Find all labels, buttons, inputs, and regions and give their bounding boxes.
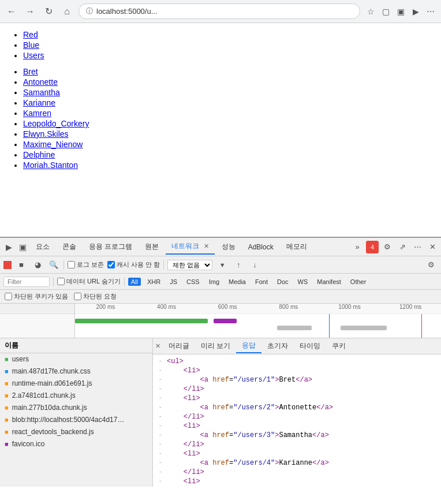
file-item-css[interactable]: ■ main.487d17fe.chunk.css <box>0 365 152 378</box>
filter-all[interactable]: All <box>128 278 141 286</box>
cache-disable-check[interactable] <box>107 261 115 268</box>
bookmark-icon[interactable]: ☆ <box>365 6 376 17</box>
search-icon[interactable]: 🔍 <box>47 259 60 271</box>
refresh-button[interactable]: ↻ <box>42 5 55 18</box>
inspect-icon[interactable]: ▶ <box>2 241 15 253</box>
file-item-runtime[interactable]: ■ runtime-main.d061e691.js <box>0 378 152 390</box>
tab-elements[interactable]: 요소 <box>30 240 55 254</box>
tab-memory[interactable]: 메모리 <box>281 240 313 254</box>
browser-chrome: ← → ↻ ⌂ ⓘ localhost:5000/u... ☆ ▢ ▣ ▶ ⋯ <box>0 0 441 23</box>
tab-network[interactable]: 네트워크 ✕ <box>166 239 214 255</box>
back-button[interactable]: ← <box>5 5 18 18</box>
blocked-requests-label[interactable]: 차단된 요청 <box>74 292 117 301</box>
share-icon[interactable]: ⇗ <box>396 241 409 253</box>
tab-adblock[interactable]: AdBlock <box>242 241 279 253</box>
sep4 <box>124 277 125 286</box>
cache-disable-label[interactable]: 캐시 사용 안 함 <box>107 260 160 269</box>
user-link-6[interactable]: Leopoldo_Corkery <box>23 119 89 128</box>
home-button[interactable]: ⌂ <box>60 5 74 18</box>
blocked-requests-check[interactable] <box>74 293 81 300</box>
resp-tab-initiator[interactable]: 초기자 <box>261 339 294 353</box>
list-item: Antonette <box>23 77 429 87</box>
file-item-users[interactable]: ■ users <box>0 353 152 365</box>
filter-input[interactable] <box>3 277 50 287</box>
resp-tab-preview[interactable]: 미리 보기 <box>195 339 236 353</box>
filter-manifest[interactable]: Manifest <box>314 278 344 286</box>
resp-tab-cookies[interactable]: 쿠키 <box>326 339 352 353</box>
response-close[interactable]: ✕ <box>155 342 160 350</box>
filter-ws[interactable]: WS <box>295 278 311 286</box>
blocked-cookies-label[interactable]: 차단된 쿠키가 있음 <box>5 292 68 301</box>
user-link-7[interactable]: Elwyn.Skiles <box>23 129 69 139</box>
blocked-cookies-check[interactable] <box>5 293 12 300</box>
tab-application[interactable]: 응용 프로그램 <box>83 240 138 254</box>
resp-tab-response[interactable]: 응답 <box>236 339 261 353</box>
code-view[interactable]: - <ul> - <li> - <a href="/users/1">Bret<… <box>153 354 441 487</box>
log-preserve-label[interactable]: 로그 보존 <box>68 260 104 269</box>
line-content: </li> <box>165 468 441 476</box>
user-link-3[interactable]: Samantha <box>23 88 60 97</box>
devtools-panel: ▶ ▣ 요소 콘솔 응용 프로그램 원본 네트워크 ✕ 성능 AdBlock 메… <box>0 237 441 487</box>
filter-font[interactable]: Font <box>252 278 271 286</box>
more-icon[interactable]: ⋯ <box>425 6 436 17</box>
red-link[interactable]: Red <box>23 30 38 39</box>
list-item: Elwyn.Skiles <box>23 129 429 139</box>
more-tabs-icon[interactable]: » <box>351 241 364 253</box>
user-link-9[interactable]: Delphine <box>23 150 55 159</box>
user-link-4[interactable]: Karianne <box>23 98 55 107</box>
forward-button[interactable]: → <box>23 5 37 18</box>
security-icon: ⓘ <box>86 6 93 16</box>
user-link-5[interactable]: Kamren <box>23 109 51 118</box>
network-tab-close[interactable]: ✕ <box>204 242 209 249</box>
user-link-8[interactable]: Maxime_Nienow <box>23 140 83 149</box>
download-icon[interactable]: ↓ <box>248 259 261 271</box>
filter-xhr[interactable]: XHR <box>144 278 163 286</box>
tab-performance[interactable]: 성능 <box>216 240 241 254</box>
user-link-1[interactable]: Bret <box>23 67 38 76</box>
list-item: Leopoldo_Corkery <box>23 119 429 128</box>
file-item-chunk1[interactable]: ■ 2.a7481cd1.chunk.js <box>0 390 152 402</box>
hide-data-urls-label[interactable]: 데이터 URL 숨기기 <box>57 277 121 286</box>
file-item-main[interactable]: ■ main.277b10da.chunk.js <box>0 402 152 414</box>
filter-doc[interactable]: Doc <box>274 278 291 286</box>
upload-icon[interactable]: ↑ <box>232 259 245 271</box>
tab-console[interactable]: 콘솔 <box>57 240 82 254</box>
more-icon[interactable]: ⋯ <box>411 241 424 253</box>
clear-icon[interactable]: ◕ <box>31 259 44 271</box>
file-icon: ■ <box>5 392 9 399</box>
file-item-blob[interactable]: ■ blob:http://localhost:5000/4ac4d174-4.… <box>0 414 152 426</box>
filter-other[interactable]: Other <box>347 278 369 286</box>
media-icon[interactable]: ▶ <box>410 6 421 17</box>
log-preserve-check[interactable] <box>68 261 75 268</box>
line-num: - <box>153 431 165 439</box>
filter-img[interactable]: Img <box>206 278 222 286</box>
filter-js[interactable]: JS <box>167 278 180 286</box>
blue-link[interactable]: Blue <box>23 40 39 50</box>
user-link-2[interactable]: Antonette <box>23 77 58 87</box>
users-link[interactable]: Users <box>23 51 44 60</box>
mobile-icon[interactable]: ▣ <box>16 241 29 253</box>
throttle-select[interactable]: 제한 없음 <box>167 260 212 270</box>
filter-css[interactable]: CSS <box>184 278 203 286</box>
stop-icon[interactable]: ■ <box>15 259 28 271</box>
right-panel: ✕ 머리글 미리 보기 응답 초기자 타이밍 쿠키 - <ul> - <li> <box>153 338 441 487</box>
screenshot-icon[interactable]: ▣ <box>395 6 406 17</box>
tab-sources[interactable]: 원본 <box>139 240 165 254</box>
settings2-icon[interactable]: ⚙ <box>425 259 438 271</box>
throttle-icon[interactable]: ▼ <box>216 259 229 271</box>
devtools-tabbar: ▶ ▣ 요소 콘솔 응용 프로그램 원본 네트워크 ✕ 성능 AdBlock 메… <box>0 238 441 256</box>
file-item-react[interactable]: ■ react_devtools_backend.js <box>0 426 152 438</box>
file-item-favicon[interactable]: ■ favicon.ico <box>0 438 152 450</box>
list-2: Bret Antonette Samantha Karianne Kamren … <box>12 67 429 170</box>
record-button[interactable] <box>3 261 12 269</box>
close-icon[interactable]: ✕ <box>426 241 439 253</box>
address-bar[interactable]: ⓘ localhost:5000/u... <box>79 3 360 19</box>
user-link-10[interactable]: Moriah.Stanton <box>23 160 78 170</box>
filter-media[interactable]: Media <box>226 278 249 286</box>
timeline-bar-gray2 <box>341 326 387 330</box>
hide-data-urls-check[interactable] <box>57 278 65 285</box>
resp-tab-headers[interactable]: 머리글 <box>163 339 195 353</box>
tab-icon[interactable]: ▢ <box>380 6 391 17</box>
resp-tab-timing[interactable]: 타이밍 <box>294 339 326 353</box>
settings-icon[interactable]: ⚙ <box>381 241 394 253</box>
